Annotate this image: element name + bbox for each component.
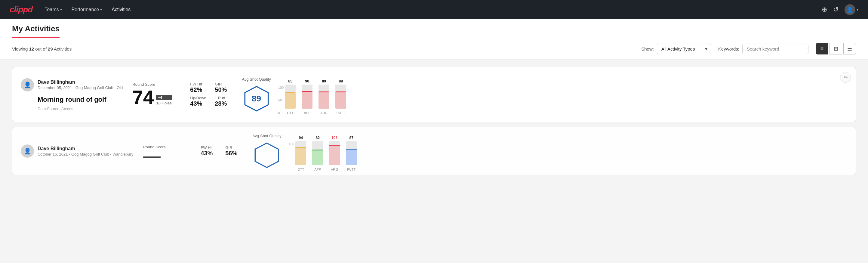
- y-min: 0: [278, 111, 284, 115]
- nav-right: ⊕ ↺ 👤 ▾: [822, 4, 858, 15]
- y-max: 100: [289, 142, 294, 146]
- fw-hit-stat: FW Hit 43%: [200, 145, 218, 157]
- updown-value: 43%: [190, 100, 208, 107]
- add-icon[interactable]: ⊕: [822, 6, 827, 13]
- nav-label-teams: Teams: [44, 7, 59, 12]
- search-input[interactable]: [742, 43, 808, 54]
- fw-hit-stat: FW Hit 62%: [190, 82, 208, 93]
- bar-fill-app: [302, 91, 312, 109]
- score-badge: +4: [156, 95, 172, 100]
- bar-top-line-ott: [285, 92, 296, 93]
- fw-hit-value: 62%: [190, 86, 208, 93]
- bar-fill-app: [312, 150, 323, 165]
- data-source: Data Source: Arccos: [38, 107, 123, 111]
- navbar: clippd Teams ▾ Performance ▾ Activities …: [0, 0, 868, 19]
- gir-stat: GIR 50%: [215, 82, 232, 93]
- shot-quality-section: Avg Shot Quality 89 100 50 0: [242, 74, 847, 115]
- bar-top-line-app: [312, 150, 323, 150]
- bar-top-line-app: [302, 91, 312, 92]
- bar-label-top-ott: 94: [299, 136, 303, 140]
- one-putt-value: 28%: [215, 100, 232, 107]
- page-header: My Activities: [0, 19, 868, 38]
- chevron-down-icon: ▾: [100, 7, 102, 12]
- bar-group-arg: 106 ARG: [329, 136, 340, 171]
- user-date: October 16, 2021 - Gog Magog Golf Club -…: [38, 152, 133, 156]
- view-list-compact-button[interactable]: ≡: [816, 43, 828, 55]
- card-left: 👤 Dave Billingham October 16, 2021 - Gog…: [21, 144, 133, 158]
- logo: clippd: [10, 5, 32, 14]
- bar-fill-ott: [296, 147, 306, 165]
- hex-container: Avg Shot Quality: [252, 134, 281, 169]
- bar-group-arg: 89 ARG: [318, 79, 329, 115]
- bar-axis-arg: ARG: [331, 168, 338, 171]
- bar-fill-putt: [335, 91, 346, 109]
- gir-label: GIR: [225, 145, 243, 150]
- bar-axis-putt: PUTT: [347, 168, 356, 171]
- activity-type-select[interactable]: All Activity Types: [657, 43, 711, 54]
- bar-axis-putt: PUTT: [337, 111, 345, 115]
- nav-label-activities: Activities: [112, 7, 130, 12]
- bar-fill-arg: [329, 145, 340, 165]
- bar-label-top-arg: 106: [332, 136, 337, 140]
- score-holes: 18 Holes: [156, 101, 172, 105]
- refresh-icon[interactable]: ↺: [833, 6, 839, 13]
- viewing-prefix: Viewing: [12, 46, 29, 52]
- bar-axis-app: APP: [304, 111, 310, 115]
- avatar[interactable]: 👤: [844, 4, 856, 15]
- bar-wrapper-arg: [329, 141, 340, 165]
- bar-group-app: 90 APP: [302, 79, 312, 115]
- one-putt-label: 1 Putt: [215, 96, 232, 100]
- bar-label-top-ott: 85: [288, 79, 292, 83]
- keywords-filter-group: Keywords:: [718, 43, 808, 54]
- nav-item-activities[interactable]: Activities: [112, 6, 130, 13]
- user-info: Dave Billingham December 05, 2021 - Gog …: [38, 80, 123, 90]
- stats-section: FW Hit 62% GIR 50% Up/Down 43% 1 Putt 28…: [190, 82, 232, 107]
- svg-marker-1: [255, 143, 279, 167]
- edit-button[interactable]: ✏: [840, 72, 851, 83]
- gir-label: GIR: [215, 82, 232, 86]
- avatar: 👤: [21, 144, 34, 158]
- round-score-label: Round Score: [143, 145, 191, 149]
- round-score-section: Round Score 74 +4 18 Holes: [132, 82, 181, 107]
- hexagon: 89: [243, 85, 270, 112]
- round-score-label: Round Score: [132, 82, 181, 87]
- updown-stat: Up/Down 43%: [190, 96, 208, 107]
- view-toggle: ≡ ⊞ ☰: [816, 43, 856, 55]
- user-menu[interactable]: 👤 ▾: [844, 4, 858, 15]
- activity-type-select-wrapper: All Activity Types: [657, 43, 711, 54]
- hex-container: Avg Shot Quality 89: [242, 77, 271, 112]
- fw-hit-value: 43%: [200, 150, 218, 157]
- user-chevron-icon: ▾: [857, 7, 858, 12]
- main-content: 👤 Dave Billingham December 05, 2021 - Go…: [0, 60, 868, 182]
- nav-item-performance[interactable]: Performance ▾: [71, 6, 102, 13]
- nav-label-performance: Performance: [71, 7, 99, 12]
- bar-group-ott: 94 OTT: [296, 136, 306, 171]
- chart-y-labels: 100: [289, 142, 294, 171]
- view-list-detail-button[interactable]: ☰: [843, 43, 856, 55]
- activity-card: 👤 Dave Billingham October 16, 2021 - Gog…: [12, 127, 856, 175]
- bar-chart-container: 100 94 OTT: [289, 131, 357, 171]
- gir-value: 56%: [225, 150, 243, 157]
- bar-group-putt: 89 PUTT: [335, 79, 346, 115]
- viewing-count-text: Viewing 12 out of 29 Activities: [12, 46, 634, 52]
- keywords-label: Keywords:: [718, 46, 739, 52]
- bar-chart: 100 94 OTT: [289, 136, 357, 171]
- bar-top-line-arg: [318, 91, 329, 92]
- avg-shot-label: Avg Shot Quality: [242, 77, 271, 82]
- user-date: December 05, 2021 - Gog Magog Golf Club …: [38, 85, 123, 90]
- bar-wrapper-ott: [285, 85, 296, 109]
- bar-group-app: 82 APP: [312, 136, 323, 171]
- view-grid-button[interactable]: ⊞: [830, 43, 842, 55]
- bar-wrapper-putt: [335, 85, 346, 109]
- updown-label: Up/Down: [190, 96, 208, 100]
- bar-wrapper-arg: [318, 85, 329, 109]
- bar-group-ott: 85 OTT: [285, 79, 296, 115]
- nav-item-teams[interactable]: Teams ▾: [44, 6, 62, 13]
- bar-top-line-arg: [329, 145, 340, 146]
- user-name: Dave Billingham: [38, 80, 123, 85]
- bar-axis-ott: OTT: [298, 168, 304, 171]
- bar-axis-app: APP: [314, 168, 321, 171]
- y-max: 100: [278, 86, 284, 89]
- hexagon: [253, 142, 280, 169]
- bar-label-top-app: 90: [305, 79, 309, 83]
